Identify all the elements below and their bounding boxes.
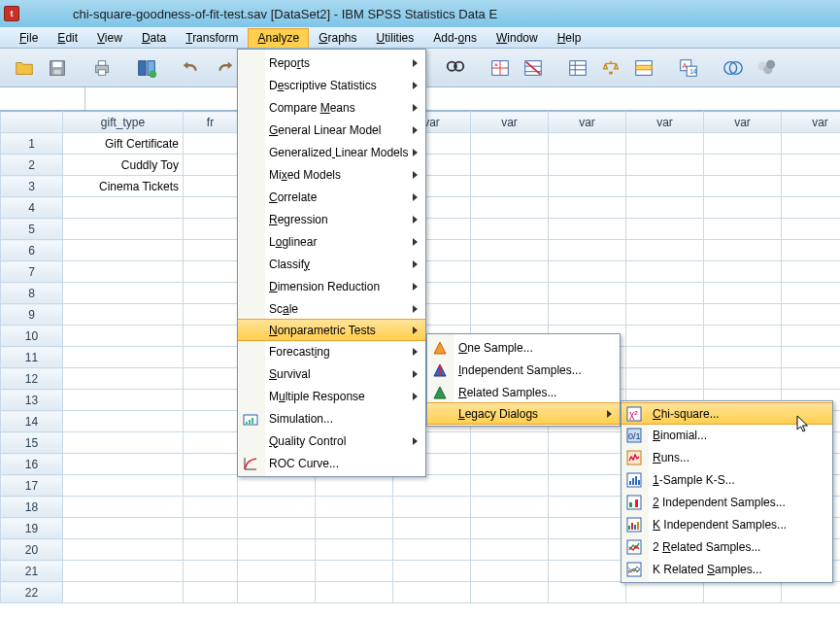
grid-cell[interactable]	[63, 326, 184, 347]
grid-cell[interactable]	[393, 475, 471, 497]
grid-cell[interactable]	[626, 368, 704, 390]
grid-cell[interactable]	[316, 475, 393, 497]
analyze-item-roc-curve[interactable]: ROC Curve...	[238, 452, 425, 474]
menu-utilities[interactable]: Utilities	[367, 28, 424, 48]
legacy-item-2-independent-samples[interactable]: 2 Independent Samples...	[622, 491, 832, 513]
analyze-item-general-linear-model[interactable]: General Linear Model	[238, 119, 425, 141]
grid-cell[interactable]	[184, 582, 238, 603]
grid-cell[interactable]	[549, 219, 626, 240]
grid-cell[interactable]	[471, 497, 549, 518]
row-header[interactable]: 12	[1, 368, 63, 390]
grid-cell[interactable]	[184, 326, 238, 347]
grid-cell[interactable]	[316, 582, 393, 603]
grid-cell[interactable]	[184, 539, 238, 561]
grid-cell[interactable]	[626, 197, 704, 219]
legacy-item-2-related-samples[interactable]: 2 Related Samples...	[622, 535, 832, 558]
grid-cell[interactable]	[626, 155, 704, 176]
grid-cell[interactable]	[782, 368, 841, 390]
grid-cell[interactable]	[782, 347, 841, 368]
grid-cell[interactable]	[704, 283, 782, 304]
row-header[interactable]: 13	[1, 390, 63, 411]
print-button[interactable]	[87, 53, 117, 83]
grid-cell[interactable]	[704, 240, 782, 261]
grid-cell[interactable]	[549, 155, 626, 176]
col-var[interactable]: var	[704, 112, 782, 133]
row-header[interactable]: 2	[1, 155, 63, 176]
grid-cell[interactable]	[63, 347, 184, 368]
weight-cases-button[interactable]	[596, 53, 625, 83]
grid-cell[interactable]	[549, 133, 626, 155]
row-header[interactable]: 16	[1, 454, 63, 475]
grid-cell[interactable]	[238, 475, 316, 497]
grid-cell[interactable]	[316, 561, 393, 582]
grid-cell[interactable]	[393, 561, 471, 582]
analyze-item-nonparametric-tests[interactable]: Nonparametric Tests	[238, 319, 425, 341]
select-cases-button[interactable]	[519, 53, 548, 83]
grid-cell[interactable]	[393, 582, 471, 603]
menu-addons[interactable]: Add-ons	[423, 28, 487, 48]
row-header[interactable]: 21	[1, 561, 63, 582]
analyze-item-descriptive-statistics[interactable]: Descriptive Statistics	[238, 74, 425, 96]
grid-cell[interactable]	[626, 283, 704, 304]
nonparam-item-related-samples[interactable]: Related Samples...	[427, 381, 620, 403]
grid-cell[interactable]	[63, 475, 184, 497]
grid-cell[interactable]	[471, 454, 549, 475]
row-header[interactable]: 15	[1, 432, 63, 454]
col-var[interactable]: var	[549, 112, 626, 133]
grid-cell[interactable]	[549, 475, 626, 497]
grid-cell[interactable]	[63, 240, 184, 261]
grid-cell[interactable]	[782, 155, 841, 176]
grid-cell[interactable]	[626, 304, 704, 326]
grid-cell[interactable]	[471, 197, 549, 219]
grid-cell[interactable]	[704, 133, 782, 155]
grid-cell[interactable]	[471, 582, 549, 603]
grid-cell[interactable]	[549, 561, 626, 582]
grid-cell[interactable]	[184, 475, 238, 497]
grid-cell[interactable]	[782, 304, 841, 326]
grid-cell[interactable]	[393, 497, 471, 518]
grid-cell[interactable]	[238, 539, 316, 561]
redo-button[interactable]	[210, 53, 239, 83]
grid-cell[interactable]	[626, 176, 704, 197]
analyze-item-forecasting[interactable]: Forecasting	[238, 340, 425, 362]
analyze-item-reports[interactable]: Reports	[238, 52, 425, 74]
grid-cell[interactable]	[782, 197, 841, 219]
analyze-item-quality-control[interactable]: Quality Control	[238, 430, 425, 452]
grid-cell[interactable]	[782, 582, 841, 603]
grid-cell[interactable]	[63, 283, 184, 304]
grid-cell[interactable]	[63, 539, 184, 561]
nonparam-item-independent-samples[interactable]: Independent Samples...	[427, 359, 620, 381]
grid-cell[interactable]	[549, 240, 626, 261]
grid-cell[interactable]	[184, 518, 238, 539]
grid-cell[interactable]	[704, 326, 782, 347]
grid-cell[interactable]	[471, 219, 549, 240]
grid-cell[interactable]	[704, 176, 782, 197]
row-header[interactable]: 8	[1, 283, 63, 304]
split-button[interactable]	[486, 53, 515, 83]
name-box[interactable]	[0, 87, 85, 110]
grid-cell[interactable]	[471, 518, 549, 539]
grid-cell[interactable]	[393, 539, 471, 561]
insert-cases-button[interactable]	[629, 53, 658, 83]
grid-cell[interactable]	[549, 497, 626, 518]
grid-cell[interactable]	[471, 155, 549, 176]
grid-cell[interactable]	[704, 155, 782, 176]
grid-cell[interactable]	[63, 561, 184, 582]
grid-cell[interactable]	[184, 304, 238, 326]
menu-window[interactable]: Window	[487, 28, 548, 48]
grid-cell[interactable]	[184, 176, 238, 197]
grid-cell[interactable]	[704, 582, 782, 603]
grid-cell[interactable]	[238, 518, 316, 539]
grid-cell[interactable]	[63, 368, 184, 390]
nonparam-item-legacy-dialogs[interactable]: Legacy Dialogs	[427, 402, 620, 425]
grid-cell[interactable]	[549, 304, 626, 326]
grid-cell[interactable]: Gift Certificate	[63, 133, 184, 155]
grid-cell[interactable]	[704, 368, 782, 390]
show-all-button[interactable]	[752, 53, 781, 83]
col-var[interactable]: var	[782, 112, 841, 133]
grid-cell[interactable]	[63, 411, 184, 432]
menu-graphs[interactable]: Graphs	[309, 28, 366, 48]
grid-cell[interactable]	[782, 133, 841, 155]
menu-file[interactable]: File	[10, 28, 48, 48]
grid-cell[interactable]	[471, 240, 549, 261]
